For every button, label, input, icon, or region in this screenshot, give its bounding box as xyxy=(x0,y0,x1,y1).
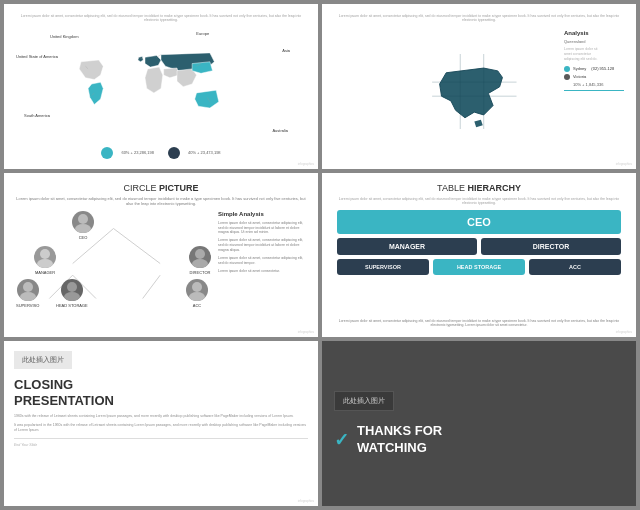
svg-point-16 xyxy=(75,224,91,233)
dot-victoria xyxy=(564,74,570,80)
hier-row-3: SUPERVISOR HEAD STORAGE ACC xyxy=(337,259,621,275)
avatar-ceo xyxy=(72,211,94,233)
node-head-storage: HEAD STORAGE xyxy=(56,279,88,308)
chinese-text-slide5: 此处插入图片 xyxy=(14,351,72,369)
dot-sydney xyxy=(564,66,570,72)
simple-analysis-text-2: Lorem ipsum dolor sit amet, consectetur … xyxy=(218,238,308,253)
label-australia: Australia xyxy=(272,128,288,133)
node-director: DIRECTOR xyxy=(189,246,211,275)
simple-analysis: Simple Analysis Lorem ipsum dolor sit am… xyxy=(218,211,308,328)
svg-point-26 xyxy=(189,292,205,301)
svg-point-25 xyxy=(192,282,202,292)
avatar-director xyxy=(189,246,211,268)
svg-point-23 xyxy=(67,282,77,292)
slide-2-subtitle: Lorem ipsum dolor sit amet, consectetur … xyxy=(332,14,626,22)
hierarchy-table: CEO MANAGER DIRECTOR SUPERVISOR HEAD STO… xyxy=(332,210,626,316)
hier-cell-director: DIRECTOR xyxy=(481,238,621,255)
circle-content: CEO MANAGER DIRECTOR xyxy=(14,211,308,328)
closing-title-line2: PRESENTATION xyxy=(14,393,308,409)
label-victoria: Victoria xyxy=(573,74,586,79)
label-uk: United Kingdom xyxy=(50,34,78,39)
svg-point-21 xyxy=(23,282,33,292)
label-asia: Asia xyxy=(282,48,290,53)
world-map-svg xyxy=(14,44,308,124)
slide-1-footer: 60% + 23,286,198 40% + 23,473,198 xyxy=(14,147,308,159)
value-victoria: 10% + 1,845,336 xyxy=(573,82,624,87)
table-hierarchy-title: TABLE HIERARCHY xyxy=(332,183,626,193)
hier-cell-supervisor: SUPERVISOR xyxy=(337,259,429,275)
thanks-line2: WATCHING xyxy=(357,440,442,456)
circle-title-bold: PICTURE xyxy=(159,183,199,193)
svg-point-15 xyxy=(78,214,88,224)
hier-cell-head-storage: HEAD STORAGE xyxy=(433,259,525,275)
analysis-box: Analysis Queensland Lorem ipsum dolor si… xyxy=(564,30,624,91)
table-title-bold: HIERARCHY xyxy=(467,183,521,193)
label-ceo: CEO xyxy=(79,235,88,240)
node-ceo: CEO xyxy=(72,211,94,240)
footer-label-2: 40% + 23,473,198 xyxy=(188,150,221,155)
svg-point-17 xyxy=(40,249,50,259)
avatar-manager xyxy=(34,246,56,268)
footer-dot-1 xyxy=(101,147,113,159)
label-usa: United State of America xyxy=(16,54,58,59)
slide-thanks: 此处插入图片 ✓ THANKS FOR WATCHING xyxy=(322,341,636,506)
closing-body-2: It was popularised in the 1960s with the… xyxy=(14,423,308,434)
thanks-line1: THANKS FOR xyxy=(357,423,442,439)
slide-circle-picture: CIRCLE PICTURE Lorem ipsum dolor sit ame… xyxy=(4,173,318,338)
avatar-acc xyxy=(186,279,208,301)
circle-picture-subtitle: Lorem ipsum dolor sit amet, consectetur … xyxy=(14,196,308,206)
closing-title: CLOSING PRESENTATION xyxy=(14,377,308,408)
chinese-text-slide6: 此处插入图片 xyxy=(334,391,394,411)
value-sydney: (02) 955-128 xyxy=(591,66,614,71)
slide-australia-map: Lorem ipsum dolor sit amet, consectetur … xyxy=(322,4,636,169)
label-southamerica: South America xyxy=(24,113,50,118)
label-director: DIRECTOR xyxy=(190,270,211,275)
svg-point-22 xyxy=(20,292,36,301)
hierarchy-footer: Lorem ipsum dolor sit amet, consectetur … xyxy=(332,319,626,327)
label-head-storage: HEAD STORAGE xyxy=(56,303,88,308)
hier-row-2: MANAGER DIRECTOR xyxy=(337,238,621,255)
slide-1-subtitle: Lorem ipsum dolor sit amet, consectetur … xyxy=(14,14,308,22)
svg-line-11 xyxy=(114,228,161,263)
svg-point-18 xyxy=(37,259,53,268)
label-manager: MANAGER xyxy=(35,270,55,275)
slide-3-watermark: infographics xyxy=(298,330,314,334)
simple-analysis-text-1: Lorem ipsum dolor sit amet, consectetur … xyxy=(218,221,308,236)
org-chart: CEO MANAGER DIRECTOR xyxy=(14,211,213,328)
australia-svg xyxy=(419,54,539,129)
hier-cell-acc: ACC xyxy=(529,259,621,275)
label-acc: ACC xyxy=(193,303,201,308)
hier-cell-manager: MANAGER xyxy=(337,238,477,255)
simple-analysis-text-3: Lorem ipsum dolor sit amet, consectetur … xyxy=(218,256,308,266)
label-queensland: Queensland xyxy=(564,39,624,44)
slide-grid: Lorem ipsum dolor sit amet, consectetur … xyxy=(0,0,640,510)
analysis-desc: Lorem ipsum dolor sitamet consecteturadi… xyxy=(564,47,624,62)
simple-analysis-title: Simple Analysis xyxy=(218,211,308,217)
world-map-container: United Kingdom Europe United State of Am… xyxy=(14,26,308,143)
svg-point-20 xyxy=(192,259,208,268)
slide-closing: 此处插入图片 CLOSING PRESENTATION 1960s with t… xyxy=(4,341,318,506)
avatar-supervisor xyxy=(17,279,39,301)
slide-world-map: Lorem ipsum dolor sit amet, consectetur … xyxy=(4,4,318,169)
svg-point-19 xyxy=(195,249,205,259)
circle-title-plain: CIRCLE xyxy=(123,183,159,193)
label-supervisor: SUPERVISO xyxy=(16,303,39,308)
closing-body-1: 1960s with the release of Letraset sheet… xyxy=(14,414,308,419)
analysis-item-1: Sydney (02) 955-128 xyxy=(564,66,624,72)
australia-container: Analysis Queensland Lorem ipsum dolor si… xyxy=(332,25,626,159)
node-manager: MANAGER xyxy=(34,246,56,275)
label-europe: Europe xyxy=(196,31,209,36)
closing-end-text: End Your Slide xyxy=(14,443,308,447)
hier-cell-ceo: CEO xyxy=(337,210,621,234)
table-title-plain: TABLE xyxy=(437,183,467,193)
simple-analysis-text-4: Lorem ipsum dolor sit amet consectetur. xyxy=(218,269,308,274)
table-hierarchy-subtitle: Lorem ipsum dolor sit amet, consectetur … xyxy=(332,197,626,205)
analysis-title: Analysis xyxy=(564,30,624,36)
teal-checkmark-icon: ✓ xyxy=(334,429,349,451)
slide-5-watermark: infographics xyxy=(298,499,314,503)
closing-title-line1: CLOSING xyxy=(14,377,308,393)
svg-point-24 xyxy=(64,292,80,301)
slide-4-watermark: infographics xyxy=(616,330,632,334)
slide-table-hierarchy: TABLE HIERARCHY Lorem ipsum dolor sit am… xyxy=(322,173,636,338)
closing-separator xyxy=(14,438,308,439)
